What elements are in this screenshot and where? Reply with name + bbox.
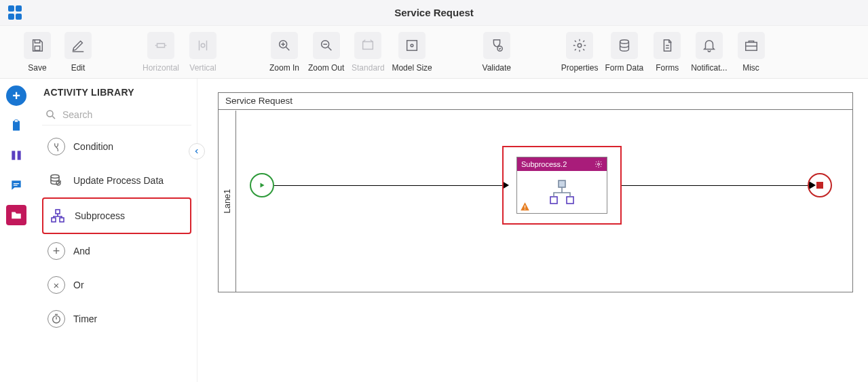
edit-button[interactable]: Edit [61,32,95,73]
folder-icon[interactable] [6,205,26,225]
lane-text: Lane1 [222,189,232,213]
svg-point-16 [47,111,53,117]
subprocess-node[interactable]: Subprocess.2 [516,157,607,214]
zoom-in-label: Zoom In [269,63,299,73]
library-item-label: And [73,246,90,256]
horizontal-label: Horizontal [143,63,179,73]
svg-point-21 [53,316,60,323]
svg-rect-23 [559,180,565,187]
svg-rect-15 [18,151,21,159]
search-row [42,104,191,126]
svg-point-17 [51,175,59,178]
svg-rect-26 [525,206,525,208]
gear-icon[interactable] [595,160,603,168]
validate-label: Validate [483,63,511,73]
form-data-label: Form Data [605,63,643,73]
library-item-condition[interactable]: Condition [42,130,191,164]
and-icon: + [48,242,65,260]
library-item-update-process-data[interactable]: Update Process Data [42,164,191,197]
svg-point-7 [411,44,413,47]
library-item-label: Timer [73,313,97,324]
search-input[interactable] [62,109,189,120]
zoom-out-button[interactable]: Zoom Out [308,32,344,73]
column-icon[interactable] [6,145,26,166]
subprocess-diagram-icon [547,179,577,206]
database-refresh-icon [48,172,65,189]
library-heading: ACTIVITY LIBRARY [42,87,191,98]
library-item-label: Or [73,280,84,290]
search-icon [45,109,57,121]
svg-point-2 [201,43,205,47]
lane-label: Lane1 [219,111,236,292]
model-size-button[interactable]: Model Size [392,32,432,73]
vertical-button: Vertical [186,32,220,73]
toolbar: Save Edit Horizontal Vertical Zoom In Zo… [0,26,868,79]
misc-button[interactable]: Misc [734,32,768,73]
zoom-out-label: Zoom Out [308,63,344,73]
horizontal-button: Horizontal [143,32,179,73]
page-title: Service Request [394,7,474,18]
subprocess-body [517,171,607,214]
end-node[interactable] [808,173,832,197]
library-item-label: Condition [73,141,113,152]
edge [622,185,809,186]
forms-button[interactable]: Forms [650,32,684,73]
svg-rect-20 [60,218,64,222]
form-data-button[interactable]: Form Data [605,32,643,73]
timer-icon [48,310,65,328]
svg-point-10 [620,39,628,43]
svg-rect-25 [567,197,573,204]
collapse-sidebar-button[interactable] [189,143,205,159]
library-item-or[interactable]: × Or [42,268,191,302]
stop-icon [816,182,823,189]
save-button[interactable]: Save [20,32,54,73]
library-item-timer[interactable]: Timer [42,302,191,336]
chevron-left-icon [193,148,200,155]
misc-label: Misc [742,63,759,73]
condition-icon [48,138,65,155]
save-label: Save [28,63,46,73]
svg-rect-6 [407,40,417,50]
library-item-label: Subprocess [75,210,125,221]
edit-label: Edit [71,63,86,73]
start-node[interactable] [250,173,274,197]
add-button[interactable]: + [6,85,26,106]
canvas-area: Service Request Lane1 Subprocess.2 [197,79,868,382]
standard-label: Standard [352,63,385,73]
subprocess-selection: Subprocess.2 [502,146,622,225]
clipboard-icon[interactable] [6,115,26,136]
validate-button[interactable]: Validate [480,32,514,73]
apps-icon[interactable] [8,5,23,20]
svg-rect-5 [363,41,373,49]
library-item-and[interactable]: + And [42,234,191,268]
activity-library-panel: ACTIVITY LIBRARY Condition Update Proces… [33,79,197,382]
app-header: Service Request [0,0,868,26]
svg-rect-24 [550,197,557,204]
properties-button[interactable]: Properties [561,32,599,73]
subprocess-header: Subprocess.2 [517,157,607,171]
notifications-label: Notificat... [691,63,727,73]
svg-rect-0 [35,45,39,50]
model-size-label: Model Size [392,63,432,73]
library-item-subprocess[interactable]: Subprocess [42,197,191,234]
edge [274,185,502,186]
or-icon: × [48,276,65,294]
svg-rect-1 [157,43,165,47]
forms-label: Forms [656,63,679,73]
left-rail: + [0,79,33,382]
chat-icon[interactable] [6,175,26,195]
subprocess-icon [49,207,67,225]
play-icon [258,181,266,189]
properties-label: Properties [561,63,599,73]
svg-rect-12 [13,121,20,130]
process-canvas[interactable]: Service Request Lane1 Subprocess.2 [218,92,853,292]
standard-button: Standard [351,32,385,73]
svg-point-9 [578,43,582,47]
svg-rect-13 [15,120,18,122]
main: + ACTIVITY LIBRARY Condition [0,79,868,382]
vertical-label: Vertical [189,63,216,73]
zoom-in-button[interactable]: Zoom In [267,32,301,73]
svg-rect-14 [12,151,15,159]
notifications-button[interactable]: Notificat... [691,32,727,73]
svg-rect-19 [52,218,56,222]
